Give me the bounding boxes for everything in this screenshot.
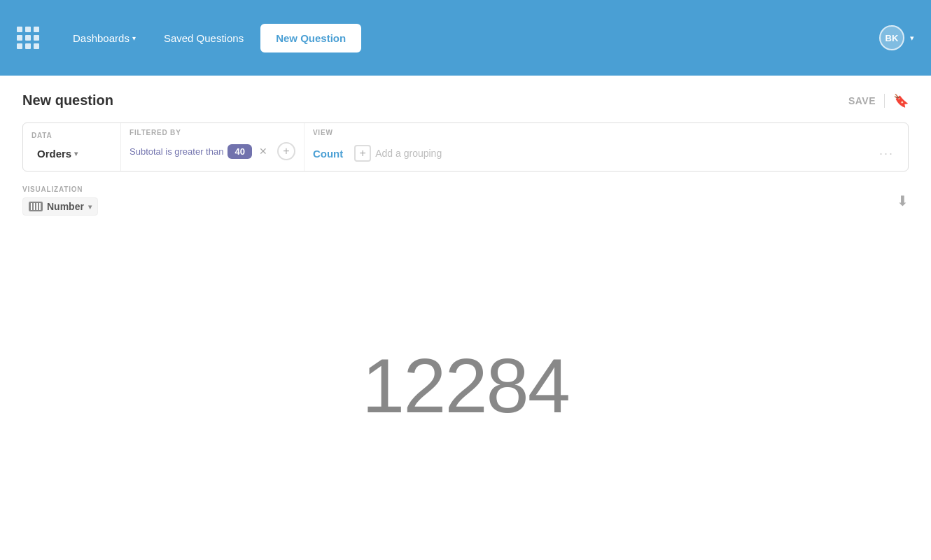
bookmark-icon[interactable]: 🔖 xyxy=(893,93,909,108)
filter-section: FILTERED BY Subtotal is greater than 40 … xyxy=(121,123,304,171)
add-grouping-button[interactable]: + Add a grouping xyxy=(349,142,447,164)
data-section-label: DATA xyxy=(31,132,112,139)
view-section-label: VIEW xyxy=(313,129,899,136)
filter-value-badge[interactable]: 40 xyxy=(227,144,251,159)
dashboards-chevron-icon: ▾ xyxy=(132,34,136,42)
data-section: DATA Orders ▾ xyxy=(23,123,121,171)
filter-close-icon[interactable]: ✕ xyxy=(256,144,270,158)
visualization-section: VISUALIZATION Number ▾ ⬇ xyxy=(22,186,909,216)
user-menu-chevron-icon[interactable]: ▾ xyxy=(910,34,914,43)
viz-section-label: VISUALIZATION xyxy=(22,186,98,193)
user-avatar[interactable]: BK xyxy=(879,25,904,50)
filter-tag-container: Subtotal is greater than 40 ✕ + xyxy=(130,142,295,160)
view-more-button[interactable]: ··· xyxy=(874,144,899,164)
add-grouping-plus-icon: + xyxy=(354,145,371,162)
nav-dashboards[interactable]: Dashboards ▾ xyxy=(62,27,147,50)
view-content: Count + Add a grouping ··· xyxy=(313,142,899,164)
query-builder: DATA Orders ▾ FILTERED BY Subtotal is gr… xyxy=(22,122,909,172)
view-section: VIEW Count + Add a grouping ··· xyxy=(304,123,908,171)
nav-saved-questions[interactable]: Saved Questions xyxy=(153,27,255,50)
page-title: New question xyxy=(22,92,113,108)
new-question-button[interactable]: New Question xyxy=(260,24,361,52)
header-divider xyxy=(884,94,885,108)
result-value: 12284 xyxy=(362,341,569,430)
metric-label[interactable]: Count xyxy=(313,148,343,160)
data-source-picker[interactable]: Orders ▾ xyxy=(31,145,112,162)
result-area: 12284 xyxy=(22,227,909,543)
app-logo[interactable] xyxy=(17,27,39,49)
visualization-picker[interactable]: Number ▾ xyxy=(22,197,98,216)
add-filter-button[interactable]: + xyxy=(277,142,295,160)
download-icon[interactable]: ⬇ xyxy=(897,192,909,209)
viz-chevron-icon: ▾ xyxy=(88,203,92,211)
data-source-chevron-icon: ▾ xyxy=(74,150,78,158)
filter-label[interactable]: Subtotal is greater than xyxy=(130,146,223,157)
number-viz-icon xyxy=(29,202,43,211)
save-button[interactable]: SAVE xyxy=(848,95,876,106)
filter-section-label: FILTERED BY xyxy=(130,129,295,136)
